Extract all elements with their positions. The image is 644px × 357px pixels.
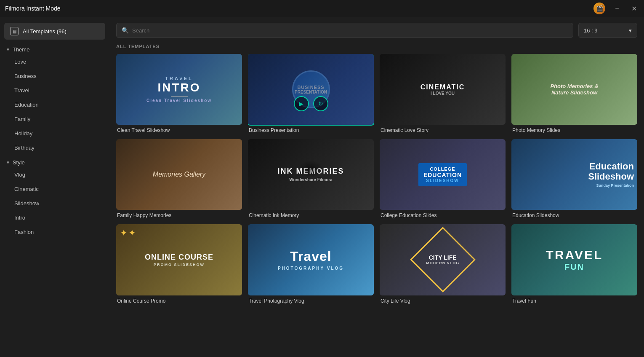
diamond-decoration: CITY LIFE MODERN VLOG [410, 227, 476, 293]
titlebar: Filmora Instant Mode 🎬 − ✕ [0, 0, 644, 17]
window-controls: 🎬 − ✕ [593, 0, 639, 17]
aspect-ratio-dropdown[interactable]: 16 : 9 ▾ [578, 23, 637, 38]
sidebar-item-birthday[interactable]: Birthday [3, 141, 107, 155]
search-bar[interactable]: 🔍 [116, 23, 573, 38]
template-name-online-course: Online Course Promo [116, 298, 242, 304]
template-name-college-edu: College Education Slides [380, 212, 506, 218]
search-icon: 🔍 [122, 27, 129, 34]
template-card-travel-photo[interactable]: Travel PHOTOGRAPHY VLOG Travel Photograp… [248, 224, 374, 303]
thumbnail-travel-photo: Travel PHOTOGRAPHY VLOG [248, 224, 374, 295]
sidebar-item-love[interactable]: Love [3, 55, 107, 69]
search-input[interactable] [132, 27, 568, 34]
thumbnail-edu-slideshow: EducationSlideshow Sunday Presentation [511, 139, 637, 210]
template-card-online-course[interactable]: ✦ ✦ ONLINE COURSE PROMO SLIDESHOW Online… [116, 224, 242, 303]
theme-arrow-icon: ▼ [6, 47, 10, 52]
sidebar-item-holiday[interactable]: Holiday [3, 126, 107, 140]
content-area: 🔍 16 : 9 ▾ ALL TEMPLATES TRAvEL INTRO [109, 17, 644, 357]
use-template-button[interactable]: ↻ [313, 96, 328, 111]
thumbnail-travel-fun: TRAVEL FUN [511, 224, 637, 295]
template-card-clean-travel[interactable]: TRAvEL INTRO Clean Travel Slideshow Clea… [116, 54, 242, 133]
thumbnail-ink-memory: INK MEMORIES Wondershare Filmora [248, 139, 374, 210]
thumbnail-clean-travel: TRAvEL INTRO Clean Travel Slideshow [116, 54, 242, 125]
template-name-ink-memory: Cinematic Ink Memory [248, 212, 374, 218]
thumbnail-cinematic-love: CINEMATIC I LOVE YOU [380, 54, 506, 125]
template-grid: TRAvEL INTRO Clean Travel Slideshow Clea… [116, 54, 637, 304]
thumbnail-business: BUSINESS PRESENTATION ▶ ↻ [248, 54, 374, 125]
style-arrow-icon: ▼ [6, 160, 10, 165]
theme-section-header[interactable]: ▼ Theme [0, 42, 109, 54]
minimize-button[interactable]: − [612, 3, 622, 13]
sidebar-item-cinematic[interactable]: Cinematic [3, 182, 107, 196]
template-card-family-happy[interactable]: Memories Gallery Family Happy Memories [116, 139, 242, 218]
content-header: 🔍 16 : 9 ▾ [116, 23, 637, 38]
section-label: ALL TEMPLATES [116, 44, 637, 49]
all-templates-button[interactable]: ▦ All Templates (96) [4, 23, 105, 40]
template-name-city-life: City Life Vlog [380, 298, 506, 304]
thumbnail-college-edu: COLLEGE EDUCATION SLIDESHOW [380, 139, 506, 210]
thumbnail-photo-memory: Photo Memories &Nature Slideshow [511, 54, 637, 125]
templates-icon: ▦ [10, 27, 19, 35]
template-name-cinematic-love: Cinematic Love Story [380, 127, 506, 133]
sidebar-item-family[interactable]: Family [3, 112, 107, 126]
play-button[interactable]: ▶ [294, 96, 309, 111]
card-actions: ▶ ↻ [294, 96, 328, 111]
filmora-icon: 🎬 [593, 3, 605, 14]
aspect-ratio-value: 16 : 9 [584, 27, 598, 34]
sidebar-item-travel[interactable]: Travel [3, 83, 107, 97]
close-button[interactable]: ✕ [629, 3, 639, 13]
template-card-edu-slideshow[interactable]: EducationSlideshow Sunday Presentation E… [511, 139, 637, 218]
style-section-label: Style [13, 159, 25, 166]
all-templates-label: All Templates (96) [23, 28, 67, 35]
app-title: Filmora Instant Mode [5, 5, 61, 12]
template-name-edu-slideshow: Education Slideshow [511, 212, 637, 218]
sidebar-item-slideshow[interactable]: Slideshow [3, 196, 107, 210]
template-name-family-happy: Family Happy Memories [116, 212, 242, 218]
thumbnail-family-happy: Memories Gallery [116, 139, 242, 210]
template-card-travel-fun[interactable]: TRAVEL FUN Travel Fun [511, 224, 637, 303]
template-card-business[interactable]: BUSINESS PRESENTATION ▶ ↻ Business Prese… [248, 54, 374, 133]
template-card-college-edu[interactable]: COLLEGE EDUCATION SLIDESHOW College Educ… [380, 139, 506, 218]
template-name-travel-photo: Travel Photography Vlog [248, 298, 374, 304]
template-name-clean-travel: Clean Travel Slideshow [116, 127, 242, 133]
sidebar: ▦ All Templates (96) ▼ Theme Love Busine… [0, 17, 109, 357]
sidebar-item-fashion[interactable]: Fashion [3, 225, 107, 239]
template-card-city-life[interactable]: CITY LIFE MODERN VLOG City Life Vlog [380, 224, 506, 303]
thumbnail-online-course: ✦ ✦ ONLINE COURSE PROMO SLIDESHOW [116, 224, 242, 295]
template-card-cinematic-love[interactable]: CINEMATIC I LOVE YOU Cinematic Love Stor… [380, 54, 506, 133]
template-card-ink-memory[interactable]: INK MEMORIES Wondershare Filmora Cinemat… [248, 139, 374, 218]
template-name-business: Business Presentation [248, 127, 374, 133]
template-name-travel-fun: Travel Fun [511, 298, 637, 304]
template-card-photo-memory[interactable]: Photo Memories &Nature Slideshow Photo M… [511, 54, 637, 133]
main-layout: ▦ All Templates (96) ▼ Theme Love Busine… [0, 17, 644, 357]
template-name-photo-memory: Photo Memory Slides [511, 127, 637, 133]
sidebar-item-business[interactable]: Business [3, 69, 107, 83]
sidebar-item-intro[interactable]: Intro [3, 211, 107, 225]
dropdown-chevron-icon: ▾ [629, 27, 632, 34]
style-section-header[interactable]: ▼ Style [0, 155, 109, 167]
sidebar-item-education[interactable]: Education [3, 98, 107, 112]
theme-section-label: Theme [13, 46, 29, 53]
thumbnail-city-life: CITY LIFE MODERN VLOG [380, 224, 506, 295]
sidebar-item-vlog[interactable]: Vlog [3, 168, 107, 182]
